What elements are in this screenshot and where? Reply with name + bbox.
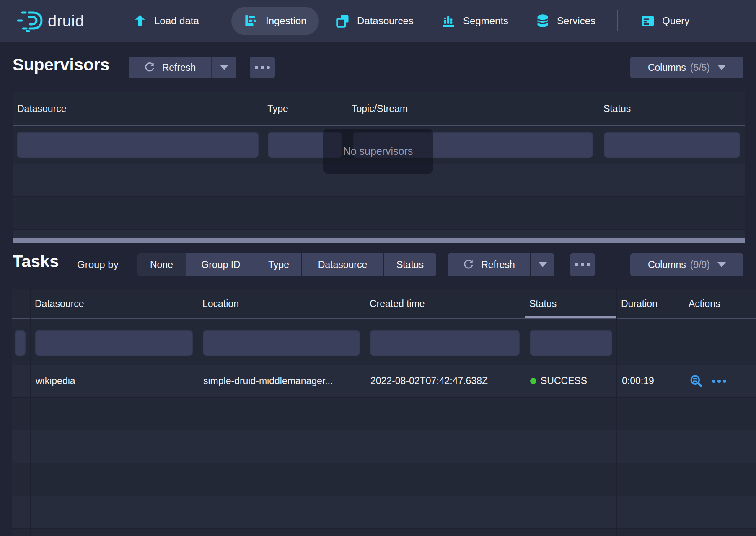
- supervisors-more-button[interactable]: [250, 57, 275, 78]
- tasks-more-button[interactable]: [570, 253, 595, 276]
- console-icon: [640, 13, 655, 29]
- refresh-label: Refresh: [481, 259, 515, 271]
- table-row: [12, 430, 756, 463]
- upload-icon: [132, 13, 148, 29]
- column-header-type[interactable]: Type: [263, 92, 347, 125]
- column-header-location[interactable]: Location: [198, 289, 365, 318]
- status-success-icon: [530, 378, 536, 384]
- nav-item-services[interactable]: Services: [535, 0, 595, 42]
- supervisors-columns-button[interactable]: Columns (5/5): [630, 57, 743, 78]
- cell-created-time: 2022-08-02T07:42:47.638Z: [365, 365, 525, 397]
- status-text: SUCCESS: [541, 375, 587, 387]
- column-header-actions[interactable]: Actions: [684, 289, 756, 318]
- task-detail-magnifier-icon[interactable]: [689, 374, 704, 388]
- column-header-datasource[interactable]: Datasource: [13, 92, 263, 125]
- supervisors-refresh-button[interactable]: Refresh: [129, 57, 211, 78]
- table-row: [13, 230, 745, 238]
- column-divider[interactable]: [30, 289, 31, 536]
- group-by-status-button[interactable]: Status: [384, 253, 436, 276]
- column-header-duration[interactable]: Duration: [616, 289, 684, 318]
- cell-duration: 0:00:19: [616, 365, 684, 397]
- druid-logo-icon: [16, 10, 44, 32]
- column-divider[interactable]: [263, 92, 263, 243]
- task-row-wikipedia[interactable]: wikipedia simple-druid-middlemanager... …: [12, 365, 756, 398]
- nav-item-query[interactable]: Query: [640, 0, 689, 42]
- gantt-icon: [244, 13, 259, 29]
- nav-item-label: Segments: [463, 15, 508, 27]
- brand-name: druid: [48, 12, 84, 30]
- tasks-filter-row: [12, 319, 756, 365]
- column-divider[interactable]: [365, 289, 365, 536]
- supervisors-refresh-caret-button[interactable]: [211, 57, 236, 78]
- tasks-table-header: Datasource Location Created time Status …: [12, 289, 756, 319]
- refresh-icon: [463, 259, 474, 271]
- table-row: [13, 197, 745, 230]
- tasks-title: Tasks: [13, 252, 59, 271]
- cell-datasource: wikipedia: [30, 365, 198, 397]
- task-more-actions-icon[interactable]: [712, 380, 726, 383]
- table-row: [12, 398, 756, 430]
- nav-item-label: Query: [662, 15, 689, 27]
- column-header-status[interactable]: Status: [599, 92, 745, 125]
- location-filter-input[interactable]: [203, 330, 360, 356]
- tasks-refresh-caret-button[interactable]: [531, 253, 554, 276]
- column-divider[interactable]: [525, 289, 525, 536]
- database-icon: [535, 13, 550, 29]
- group-by-none-button[interactable]: None: [137, 253, 186, 276]
- nav-item-label: Services: [557, 15, 595, 27]
- chevron-down-icon: [220, 65, 228, 70]
- tasks-columns-button[interactable]: Columns (9/9): [630, 253, 743, 276]
- group-by-datasource-button[interactable]: Datasource: [302, 253, 383, 276]
- top-navbar: druid Load data Ingestion Datasources: [0, 0, 756, 42]
- status-filter-input[interactable]: [530, 330, 612, 356]
- supervisors-table: Datasource Type Topic/Stream Status No s…: [13, 92, 745, 243]
- supervisors-table-header: Datasource Type Topic/Stream Status: [13, 92, 745, 126]
- druid-brand[interactable]: druid: [16, 0, 84, 42]
- column-header-narrow[interactable]: [12, 289, 30, 318]
- tasks-table: Datasource Location Created time Status …: [12, 289, 756, 536]
- bar-chart-icon: [441, 13, 456, 29]
- supervisors-title: Supervisors: [13, 55, 109, 74]
- column-header-topic-stream[interactable]: Topic/Stream: [347, 92, 599, 125]
- column-header-datasource[interactable]: Datasource: [30, 289, 198, 318]
- group-by-label: Group by: [77, 253, 119, 276]
- nav-item-datasources[interactable]: Datasources: [335, 0, 414, 42]
- tasks-refresh-button[interactable]: Refresh: [448, 253, 530, 276]
- nav-divider: [106, 10, 106, 31]
- refresh-label: Refresh: [162, 62, 196, 73]
- status-filter-input[interactable]: [604, 132, 740, 158]
- horizontal-scrollbar[interactable]: [13, 238, 745, 243]
- datasource-filter-input[interactable]: [17, 132, 259, 158]
- group-by-type-button[interactable]: Type: [256, 253, 301, 276]
- column-divider[interactable]: [198, 289, 198, 536]
- column-header-created-time[interactable]: Created time: [365, 289, 525, 318]
- narrow-filter-input[interactable]: [15, 330, 26, 356]
- columns-label: Columns: [648, 259, 686, 271]
- chevron-down-icon: [717, 262, 726, 267]
- table-row: [12, 463, 756, 496]
- column-header-status[interactable]: Status: [525, 289, 616, 318]
- column-divider[interactable]: [616, 289, 617, 536]
- chevron-down-icon: [717, 65, 726, 70]
- sort-indicator: [525, 316, 616, 318]
- cell-narrow: [12, 365, 30, 397]
- created-time-filter-input[interactable]: [370, 330, 520, 356]
- nav-divider: [617, 10, 618, 31]
- column-divider[interactable]: [684, 289, 684, 536]
- datasource-filter-input[interactable]: [35, 330, 193, 356]
- more-icon: [255, 66, 270, 69]
- table-row: [12, 529, 756, 536]
- columns-label: Columns: [648, 62, 686, 73]
- nav-item-ingestion[interactable]: Ingestion: [231, 7, 319, 35]
- chevron-down-icon: [539, 262, 547, 267]
- refresh-icon: [144, 62, 155, 73]
- cell-actions: [684, 365, 756, 397]
- group-by-group-id-button[interactable]: Group ID: [186, 253, 256, 276]
- column-divider[interactable]: [599, 92, 599, 243]
- table-row: [12, 496, 756, 529]
- no-supervisors-message: No supervisors: [323, 129, 433, 174]
- nav-item-segments[interactable]: Segments: [441, 0, 508, 42]
- nav-item-load-data[interactable]: Load data: [132, 0, 199, 42]
- columns-count: (9/9): [690, 259, 710, 271]
- cell-location: simple-druid-middlemanager...: [198, 365, 365, 397]
